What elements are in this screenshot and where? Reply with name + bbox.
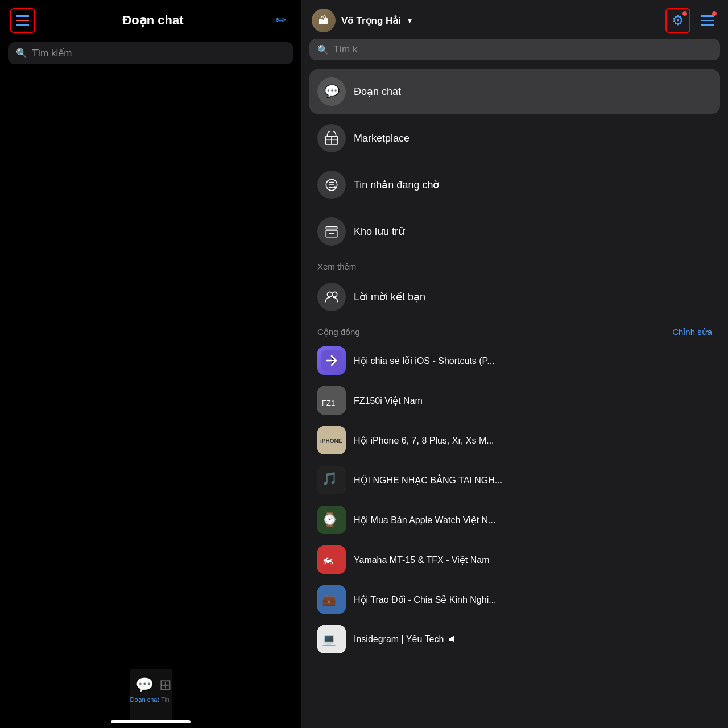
- search-placeholder: Tìm kiếm: [32, 47, 72, 59]
- right-header: 🏔 Võ Trọng Hải ▾ ⚙: [301, 0, 728, 39]
- chat-nav-icon: 💬: [135, 676, 154, 694]
- search-icon: 🔍: [317, 44, 329, 55]
- community-item-nhac[interactable]: 🎵 HỘI NGHE NHẠC BẰNG TAI NGH...: [309, 460, 720, 500]
- chinh-sua-button[interactable]: Chỉnh sửa: [672, 327, 712, 337]
- apple-icon: ⌚: [317, 506, 346, 534]
- nav-label-chat: Đoạn chat: [130, 696, 159, 704]
- menu-item-loi-moi[interactable]: Lời mời kết bạn: [309, 275, 720, 319]
- menu-list: 💬 Đoạn chat Marketplace: [301, 66, 728, 728]
- loi-moi-icon: [317, 283, 346, 311]
- yamaha-icon: 🏍: [317, 545, 346, 574]
- nav-item-tin[interactable]: ⊞ Tin: [159, 676, 172, 703]
- fz150-label: FZ150i Việt Nam: [354, 395, 423, 406]
- svg-rect-5: [326, 226, 337, 229]
- svg-text:💻: 💻: [322, 632, 336, 646]
- tin-nhan-icon: [317, 171, 346, 199]
- tin-nav-icon: ⊞: [159, 676, 172, 694]
- bottom-nav: 💬 Đoạn chat ⊞ Tin: [130, 669, 171, 720]
- kho-luu-label: Kho lưu trữ: [354, 225, 404, 238]
- community-item-yamaha[interactable]: 🏍 Yamaha MT-15 & TFX - Việt Nam: [309, 540, 720, 580]
- xem-them-title: Xem thêm: [309, 256, 720, 275]
- notification-dot: [682, 11, 687, 16]
- community-item-inside[interactable]: 💻 Insidegram | Yêu Tech 🖥: [309, 619, 720, 659]
- search-icon: 🔍: [16, 48, 27, 59]
- chat-list-area: [0, 70, 301, 669]
- shortcuts-icon: [317, 346, 346, 375]
- community-item-apple[interactable]: ⌚ Hội Mua Bán Apple Watch Việt N...: [309, 500, 720, 540]
- svg-text:💼: 💼: [322, 593, 336, 606]
- iphone-label: Hội iPhone 6, 7, 8 Plus, Xr, Xs M...: [354, 435, 494, 446]
- nav-item-chat[interactable]: 💬 Đoạn chat: [130, 676, 159, 704]
- tin-nhan-label: Tin nhắn đang chờ: [354, 179, 439, 191]
- svg-point-9: [332, 292, 337, 297]
- right-search-bar[interactable]: 🔍 Tìm k: [301, 39, 728, 66]
- avatar: 🏔: [312, 9, 336, 32]
- menu-button[interactable]: [697, 10, 718, 31]
- avatar-image: 🏔: [318, 15, 329, 27]
- hoi-icon: 💼: [317, 585, 346, 614]
- settings-button[interactable]: ⚙: [665, 8, 690, 33]
- nhac-label: HỘI NGHE NHẠC BẰNG TAI NGH...: [354, 475, 502, 486]
- svg-text:⌚: ⌚: [322, 512, 338, 527]
- menu-item-tin-nhan[interactable]: Tin nhắn đang chờ: [309, 163, 720, 207]
- community-item-iphone[interactable]: iPHONE Hội iPhone 6, 7, 8 Plus, Xr, Xs M…: [309, 420, 720, 460]
- left-panel: Đoạn chat ✏ 🔍 Tìm kiếm 💬 Đoạn chat ⊞ Tin: [0, 0, 301, 728]
- nhac-icon: 🎵: [317, 466, 346, 494]
- inside-icon: 💻: [317, 625, 346, 653]
- svg-text:🎵: 🎵: [322, 471, 338, 486]
- right-header-actions: ⚙: [665, 8, 718, 33]
- hamburger-button[interactable]: [10, 8, 35, 33]
- loi-moi-label: Lời mời kết bạn: [354, 291, 425, 303]
- compose-icon: ✏: [276, 13, 286, 28]
- community-item-shortcuts[interactable]: Hội chia sẻ lỗi iOS - Shortcuts (P...: [309, 341, 720, 380]
- left-header: Đoạn chat ✏: [0, 0, 301, 39]
- right-search-input[interactable]: 🔍 Tìm k: [309, 39, 720, 60]
- cong-dong-header: Cộng đồng Chỉnh sửa: [309, 321, 720, 341]
- iphone-icon: iPHONE: [317, 426, 346, 454]
- svg-text:iPHONE: iPHONE: [320, 438, 342, 444]
- right-panel: 🏔 Võ Trọng Hải ▾ ⚙ 🔍 Tìm k 💬: [301, 0, 728, 728]
- svg-text:🏍: 🏍: [322, 553, 333, 566]
- search-bar[interactable]: 🔍 Tìm kiếm: [8, 42, 293, 64]
- svg-text:FZ1: FZ1: [322, 399, 335, 407]
- kho-luu-icon: [317, 217, 346, 246]
- doan-chat-label: Đoạn chat: [354, 85, 401, 98]
- marketplace-label: Marketplace: [354, 133, 410, 144]
- yamaha-label: Yamaha MT-15 & TFX - Việt Nam: [354, 555, 490, 565]
- fz150-icon: FZ1: [317, 386, 346, 415]
- apple-label: Hội Mua Bán Apple Watch Việt N...: [354, 515, 495, 526]
- hoi-label: Hội Trao Đổi - Chia Sẻ Kinh Nghi...: [354, 594, 497, 605]
- cong-dong-title: Cộng đồng: [317, 327, 360, 337]
- doan-chat-icon: 💬: [317, 77, 346, 106]
- marketplace-icon: [317, 124, 346, 152]
- svg-point-4: [333, 186, 336, 188]
- left-panel-title: Đoạn chat: [122, 13, 183, 28]
- username: Võ Trọng Hải: [341, 15, 401, 27]
- right-search-placeholder: Tìm k: [333, 44, 358, 55]
- compose-button[interactable]: ✏: [271, 10, 291, 31]
- menu-notification-dot: [712, 11, 717, 16]
- community-item-fz150[interactable]: FZ1 FZ150i Việt Nam: [309, 380, 720, 420]
- menu-item-kho-luu[interactable]: Kho lưu trữ: [309, 209, 720, 254]
- chevron-down-icon: ▾: [408, 16, 412, 25]
- svg-point-8: [327, 292, 332, 297]
- menu-item-marketplace[interactable]: Marketplace: [309, 116, 720, 160]
- home-indicator: [111, 720, 191, 723]
- user-profile[interactable]: 🏔 Võ Trọng Hải ▾: [312, 9, 412, 32]
- shortcuts-label: Hội chia sẻ lỗi iOS - Shortcuts (P...: [354, 355, 495, 366]
- menu-item-doan-chat[interactable]: 💬 Đoạn chat: [309, 69, 720, 114]
- inside-label: Insidegram | Yêu Tech 🖥: [354, 634, 456, 644]
- nav-label-tin: Tin: [161, 696, 169, 703]
- community-item-hoi[interactable]: 💼 Hội Trao Đổi - Chia Sẻ Kinh Nghi...: [309, 580, 720, 619]
